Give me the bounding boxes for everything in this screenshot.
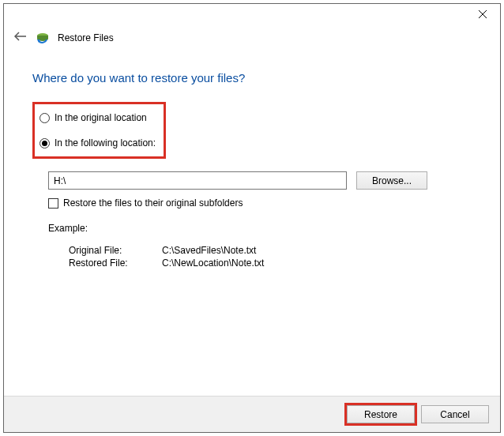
example-original-key: Original File: — [69, 245, 162, 256]
cancel-label: Cancel — [440, 409, 469, 420]
checkbox-label: Restore the files to their original subf… — [63, 197, 243, 209]
radio-original-location[interactable]: In the original location — [39, 109, 156, 126]
location-radio-group: In the original location In the followin… — [32, 102, 166, 159]
example-original-val: C:\SavedFiles\Note.txt — [162, 245, 472, 256]
radio-label: In the following location: — [55, 137, 156, 148]
page-heading: Where do you want to restore your files? — [32, 71, 472, 85]
example-restored-key: Restored File: — [69, 257, 162, 269]
radio-following-location[interactable]: In the following location: — [39, 134, 156, 152]
restore-app-icon — [36, 31, 50, 45]
radio-icon — [39, 113, 50, 123]
example-heading: Example: — [48, 223, 472, 234]
path-input[interactable] — [48, 171, 347, 190]
close-button[interactable] — [465, 4, 500, 26]
example-restored-val: C:\NewLocation\Note.txt — [162, 257, 472, 269]
header-row: Restore Files — [4, 28, 500, 51]
back-arrow-icon[interactable] — [13, 29, 28, 46]
close-icon — [478, 9, 487, 21]
radio-label: In the original location — [55, 112, 147, 123]
browse-label: Browse... — [372, 175, 412, 186]
checkbox-icon — [48, 198, 58, 209]
restore-button[interactable]: Restore — [347, 405, 415, 423]
footer: Restore Cancel — [4, 396, 500, 432]
path-row: Browse... — [48, 171, 472, 190]
window-title: Restore Files — [58, 32, 114, 43]
content-area: Where do you want to restore your files?… — [4, 51, 500, 396]
restore-label: Restore — [364, 409, 397, 420]
subfolders-checkbox-row[interactable]: Restore the files to their original subf… — [48, 197, 472, 209]
radio-icon — [39, 138, 50, 148]
browse-button[interactable]: Browse... — [356, 171, 427, 190]
dialog-window: Restore Files Where do you want to resto… — [3, 3, 501, 433]
titlebar — [4, 4, 500, 28]
example-grid: Original File: C:\SavedFiles\Note.txt Re… — [69, 245, 472, 269]
cancel-button[interactable]: Cancel — [421, 405, 489, 423]
example-block: Example: Original File: C:\SavedFiles\No… — [48, 223, 472, 269]
